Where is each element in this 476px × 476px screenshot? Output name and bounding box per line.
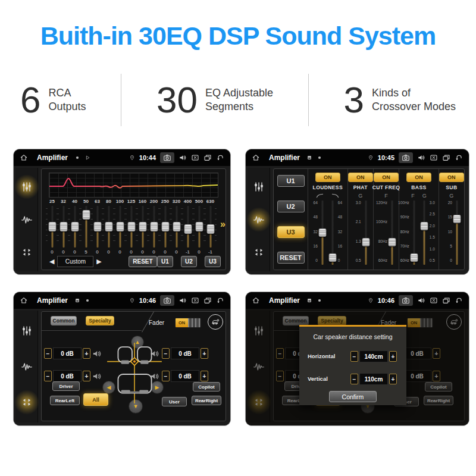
volume-icon[interactable]: [417, 154, 425, 162]
decrease-button[interactable]: −: [162, 371, 170, 381]
home-icon[interactable]: [20, 154, 28, 162]
balance-nav-icon[interactable]: [18, 244, 35, 261]
slider-handle[interactable]: [173, 222, 180, 231]
memory-u2-button[interactable]: U2: [181, 256, 197, 267]
back-icon[interactable]: [216, 154, 224, 162]
rear-left-button[interactable]: RearLeft: [50, 396, 80, 405]
slider-handle[interactable]: [421, 222, 428, 230]
equalizer-nav-icon[interactable]: [250, 178, 267, 195]
channel-on-button[interactable]: ON: [315, 173, 340, 182]
volume-icon[interactable]: [417, 296, 425, 305]
memory-u3-button[interactable]: U3: [205, 256, 221, 267]
crossover-slider[interactable]: [328, 201, 337, 265]
confirm-button[interactable]: Confirm: [329, 391, 377, 402]
fader-toggle[interactable]: ON: [175, 318, 201, 328]
memory-u1-button[interactable]: U1: [157, 256, 173, 267]
eq-band-slider[interactable]: [161, 206, 170, 248]
memory-u1-button[interactable]: U1: [277, 175, 305, 187]
recent-apps-icon[interactable]: [442, 154, 450, 162]
slider-handle[interactable]: [116, 222, 124, 231]
screenshot-button[interactable]: [399, 295, 413, 306]
crossover-slider[interactable]: [388, 201, 397, 265]
preset-prev-button[interactable]: ◀: [46, 258, 57, 265]
rear-right-button[interactable]: RearRight: [192, 396, 221, 405]
eq-band-slider[interactable]: [149, 206, 158, 248]
eq-band-slider[interactable]: [206, 206, 215, 248]
increase-button[interactable]: +: [83, 371, 90, 381]
slider-handle[interactable]: [105, 222, 112, 231]
crossover-reset-button[interactable]: RESET: [277, 252, 305, 264]
screenshot-button[interactable]: [160, 152, 174, 163]
screenshot-button[interactable]: [399, 152, 413, 163]
more-chevron[interactable]: »: [220, 219, 226, 230]
channel-on-button[interactable]: ON: [439, 173, 464, 182]
slider-handle[interactable]: [329, 253, 337, 262]
preset-next-button[interactable]: ▶: [93, 258, 104, 265]
balance-nav-icon[interactable]: [250, 244, 267, 261]
user-button[interactable]: User: [162, 397, 187, 406]
memory-u3-button[interactable]: U3: [277, 226, 305, 238]
driver-button[interactable]: Driver: [52, 381, 80, 391]
crossover-slider[interactable]: [410, 201, 419, 265]
slider-handle[interactable]: [93, 222, 101, 231]
car-seat-diagram[interactable]: [107, 343, 162, 403]
slider-handle[interactable]: [206, 224, 214, 234]
close-app-icon[interactable]: [430, 154, 438, 162]
eq-band-slider[interactable]: [138, 206, 147, 248]
eq-band-slider[interactable]: [127, 206, 136, 248]
slider-handle[interactable]: [139, 222, 146, 231]
channel-on-button[interactable]: ON: [348, 173, 373, 182]
slider-handle[interactable]: [389, 238, 396, 246]
slider-handle[interactable]: [195, 222, 203, 231]
slider-handle[interactable]: [48, 222, 56, 231]
increase-button[interactable]: +: [83, 348, 90, 359]
eq-band-slider[interactable]: [195, 206, 203, 248]
eq-band-slider[interactable]: [59, 206, 68, 248]
recent-apps-icon[interactable]: [203, 154, 212, 162]
slider-handle[interactable]: [161, 222, 169, 231]
screenshot-button[interactable]: [160, 295, 174, 306]
slider-handle[interactable]: [453, 215, 461, 223]
eq-band-slider[interactable]: [104, 206, 113, 248]
sound-effect-nav-icon[interactable]: [250, 211, 267, 228]
equalizer-nav-icon[interactable]: [18, 178, 35, 195]
crossover-slider[interactable]: [453, 201, 462, 265]
slider-handle[interactable]: [71, 222, 79, 231]
close-app-icon[interactable]: [430, 296, 438, 305]
eq-band-slider[interactable]: [183, 206, 192, 248]
eq-reset-button[interactable]: RESET: [129, 256, 157, 267]
sound-effect-nav-icon[interactable]: [18, 211, 35, 228]
back-icon[interactable]: [455, 296, 463, 305]
crossover-slider[interactable]: [420, 201, 429, 265]
slider-handle[interactable]: [362, 238, 370, 246]
decrease-button[interactable]: −: [350, 351, 358, 362]
back-icon[interactable]: [455, 154, 463, 162]
memory-u2-button[interactable]: U2: [277, 201, 305, 212]
eq-band-slider[interactable]: [115, 206, 124, 248]
eq-band-slider[interactable]: [172, 206, 181, 248]
decrease-button[interactable]: −: [44, 371, 52, 381]
crossover-slider[interactable]: [318, 201, 327, 265]
recent-apps-icon[interactable]: [442, 296, 450, 305]
increase-button[interactable]: +: [389, 351, 397, 362]
sound-effect-nav-icon[interactable]: [18, 358, 35, 375]
decrease-button[interactable]: −: [44, 348, 52, 359]
close-app-icon[interactable]: [191, 296, 199, 305]
equalizer-nav-icon[interactable]: [18, 322, 35, 339]
close-app-icon[interactable]: [191, 154, 199, 162]
car-audio-icon[interactable]: [208, 314, 223, 330]
copilot-button[interactable]: Copilot: [193, 382, 220, 392]
slider-handle[interactable]: [127, 222, 135, 231]
decrease-button[interactable]: −: [162, 348, 170, 359]
slider-handle[interactable]: [150, 222, 158, 231]
slider-handle[interactable]: [184, 224, 192, 234]
volume-icon[interactable]: [178, 154, 187, 162]
crossover-slider[interactable]: [362, 201, 371, 265]
home-icon[interactable]: [252, 154, 260, 162]
home-icon[interactable]: [20, 296, 28, 305]
eq-band-slider[interactable]: [48, 206, 57, 248]
balance-nav-icon[interactable]: [18, 394, 35, 411]
channel-on-button[interactable]: ON: [406, 173, 431, 182]
decrease-button[interactable]: −: [350, 374, 358, 384]
eq-band-slider[interactable]: [70, 206, 79, 248]
